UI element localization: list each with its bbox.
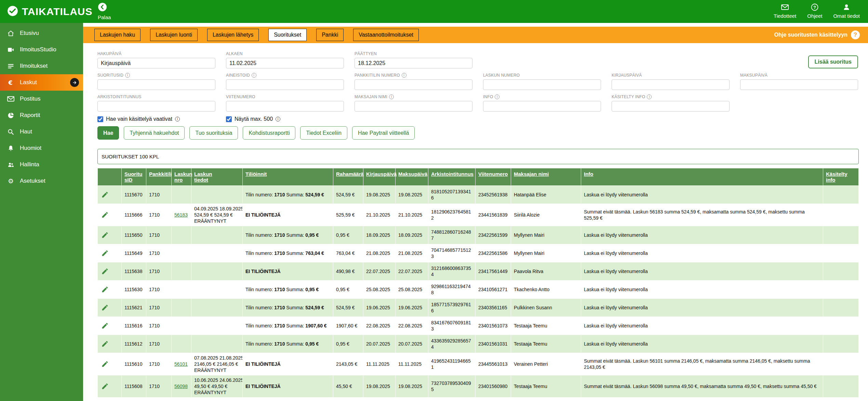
sidebar-item-etusivu[interactable]: Etusivu (0, 25, 83, 41)
edit-payment-button[interactable] (101, 339, 109, 348)
filter-input-maksup-iv[interactable] (740, 79, 858, 90)
filter-input-suoritusid[interactable] (97, 79, 215, 90)
edit-payment-button[interactable] (101, 360, 109, 368)
button-hae[interactable]: Hae (97, 126, 119, 140)
checkbox-n-yt-max-500[interactable] (226, 116, 232, 122)
topbar-action-omat-tiedot[interactable]: Omat tiedot (833, 3, 860, 19)
filter-input-kirjausp-iv[interactable] (612, 79, 730, 90)
posting-sum: 0,95 € (305, 287, 319, 292)
filter-input-hakup-iv[interactable] (97, 58, 215, 68)
filter-input-viitenumero[interactable] (226, 101, 344, 112)
sidebar-item-ilmoitukset[interactable]: Ilmoitukset (0, 58, 83, 74)
info-icon[interactable]: i (402, 73, 406, 78)
cell-kirjauspaiva: 21.08.2025 (363, 244, 396, 262)
column-sort-link[interactable]: Maksupäivä (398, 171, 427, 177)
cell-suoritusid: 1115670 (122, 186, 146, 204)
invoice-number-link[interactable]: 56101 (174, 361, 188, 367)
info-icon[interactable]: i (252, 73, 256, 78)
sidebar-item-laskut[interactable]: €Laskut (0, 74, 83, 91)
filter-input-p-ttyen[interactable] (355, 58, 472, 68)
edit-payment-button[interactable] (101, 285, 109, 294)
column-sort-link[interactable]: Pankkitili (149, 171, 172, 177)
filter-input-aineistoid[interactable] (226, 79, 344, 90)
sidebar-item-ilmoitusstudio[interactable]: IlmoitusStudio (0, 41, 83, 58)
cell-pankkitili: 1710 (146, 281, 172, 299)
column-sort-link[interactable]: Tiliöinnit (245, 171, 267, 177)
column-sort-link[interactable]: Kirjauspäivä (366, 171, 397, 177)
column-sort-link[interactable]: Laskun tiedot (194, 171, 215, 183)
cell-pankkitili: 1710 (146, 226, 172, 244)
button-tuo-suorituksia[interactable]: Tuo suorituksia (189, 126, 238, 140)
tab-pankki[interactable]: Pankki (316, 29, 344, 41)
column-sort-link[interactable]: Arkistointitunnus (431, 171, 473, 177)
column-sort-link[interactable]: Laskun nro (174, 171, 192, 183)
field-label-text: LASKUN NUMERO (483, 73, 520, 78)
sidebar-item-postitus[interactable]: Postitus (0, 91, 83, 107)
tab-laskujen-luonti[interactable]: Laskujen luonti (150, 29, 198, 41)
edit-payment-button[interactable] (101, 321, 109, 330)
edit-payment-button[interactable] (101, 231, 109, 240)
checkbox-hae-vain-k-sittely-vaativat[interactable] (97, 116, 103, 122)
column-sort-link[interactable]: Rahamäärä (336, 171, 364, 177)
column-sort-link[interactable]: SuoritusID (124, 171, 143, 183)
info-icon[interactable]: i (276, 117, 280, 121)
table-row: 11156381710EI TILIÖINTEJÄ490,98 €22.07.2… (98, 262, 859, 281)
button-tiedot-exceliin[interactable]: Tiedot Exceliin (300, 126, 347, 140)
filter-input-arkistointitunnus[interactable] (97, 101, 215, 112)
topbar-action-ohjeet[interactable]: ?Ohjeet (807, 3, 822, 19)
edit-payment-button[interactable] (101, 382, 109, 391)
cell-arkistointitunnus: 4336359292856574 (428, 335, 476, 353)
edit-payment-button[interactable] (101, 303, 109, 312)
field-label-text: ALKAEN (226, 51, 243, 56)
cell-edit (98, 244, 122, 262)
cell-kasitelty-info (823, 375, 859, 398)
info-icon[interactable]: i (175, 117, 180, 121)
column-sort-link[interactable]: Viitenumero (478, 171, 508, 177)
info-icon[interactable]: i (125, 73, 130, 78)
filter-input-pankkitilin-numero[interactable] (355, 79, 472, 90)
user-icon (842, 3, 851, 12)
sidebar-item-huomiot[interactable]: Huomiot (0, 140, 83, 156)
filter-field-info: INFOi (483, 94, 601, 112)
tab-suoritukset[interactable]: Suoritukset (268, 29, 307, 41)
sidebar-item-raportit[interactable]: Raportit (0, 107, 83, 124)
column-sort-link[interactable]: Info (584, 171, 593, 177)
filter-input-k-sitelty-info[interactable] (612, 101, 730, 112)
cell-edit (98, 375, 122, 398)
button-tyhjenn-hakuehdot[interactable]: Tyhjennä hakuehdot (124, 126, 185, 140)
button-kohdistusraportti[interactable]: Kohdistusraportti (243, 126, 295, 140)
cell-info: Summat eivät täsmää. Laskun 56098 summa … (581, 375, 823, 398)
filter-input-alkaen[interactable] (226, 58, 344, 68)
info-icon[interactable]: i (647, 94, 652, 99)
invoice-number-link[interactable]: 56098 (174, 384, 188, 389)
add-payment-button[interactable]: Lisää suoritus (808, 55, 858, 68)
column-sort-link[interactable]: Käsitelty info (826, 171, 847, 183)
edit-payment-button[interactable] (101, 210, 109, 219)
button-hae-paytrail-viitteell[interactable]: Hae Paytrail viitteellä (352, 126, 415, 140)
sidebar-item-asetukset[interactable]: ⚙Asetukset (0, 173, 83, 189)
topbar-action-tiedotteet[interactable]: Tiedotteet (774, 3, 796, 19)
tab-laskujen-l-hetys[interactable]: Laskujen lähetys (207, 29, 259, 41)
filter-input-laskun-numero[interactable] (483, 79, 601, 90)
edit-payment-button[interactable] (101, 190, 109, 199)
checkbox-row-hae-vain-k-sittely-vaativat[interactable]: Hae vain käsittelyä vaativati (97, 116, 215, 122)
help-link[interactable]: Ohje suoritusten käsittelyyn ? (774, 30, 860, 39)
field-label-text: AINEISTOID (226, 73, 250, 78)
sidebar-item-hallinta[interactable]: Hallinta (0, 156, 83, 173)
checkbox-row-n-yt-max-500[interactable]: Näytä max. 500i (226, 116, 344, 122)
edit-payment-button[interactable] (101, 267, 109, 276)
back-button[interactable]: Palaa (98, 2, 111, 20)
filter-input-maksajan-nimi[interactable] (355, 101, 472, 112)
info-icon[interactable]: i (495, 94, 499, 99)
info-icon[interactable]: i (389, 94, 394, 99)
invoice-number-link[interactable]: 56183 (174, 212, 188, 218)
sidebar-item-haut[interactable]: Haut (0, 124, 83, 140)
tab-laskujen-haku[interactable]: Laskujen haku (94, 29, 141, 41)
invoice-info-line: 524,59 € 524,59 € (194, 212, 240, 218)
filter-input-info[interactable] (483, 101, 601, 112)
cell-maksajan-nimi: Myllynen Mairi (511, 226, 581, 244)
cell-kirjauspaiva: 11.11.2025 (363, 353, 396, 375)
tab-vastaanottoilmoitukset[interactable]: Vastaanottoilmoitukset (353, 29, 419, 41)
column-sort-link[interactable]: Maksajan nimi (514, 171, 549, 177)
edit-payment-button[interactable] (101, 249, 109, 258)
